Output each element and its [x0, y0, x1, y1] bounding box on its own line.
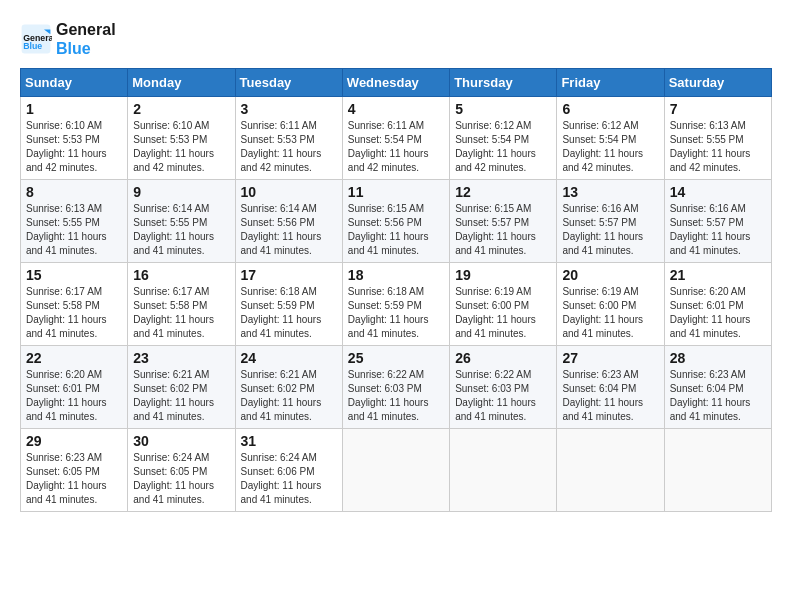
- day-number: 18: [348, 267, 444, 283]
- calendar-cell: [342, 429, 449, 512]
- day-number: 22: [26, 350, 122, 366]
- sunrise-label: Sunrise: 6:14 AM: [241, 203, 317, 214]
- day-info: Sunrise: 6:14 AM Sunset: 5:55 PM Dayligh…: [133, 202, 229, 258]
- calendar-cell: 5 Sunrise: 6:12 AM Sunset: 5:54 PM Dayli…: [450, 97, 557, 180]
- daylight-label: Daylight: 11 hoursand 41 minutes.: [26, 480, 107, 505]
- sunrise-label: Sunrise: 6:19 AM: [455, 286, 531, 297]
- calendar-cell: 22 Sunrise: 6:20 AM Sunset: 6:01 PM Dayl…: [21, 346, 128, 429]
- day-number: 21: [670, 267, 766, 283]
- calendar-cell: 10 Sunrise: 6:14 AM Sunset: 5:56 PM Dayl…: [235, 180, 342, 263]
- calendar-cell: 19 Sunrise: 6:19 AM Sunset: 6:00 PM Dayl…: [450, 263, 557, 346]
- sunrise-label: Sunrise: 6:21 AM: [133, 369, 209, 380]
- svg-text:Blue: Blue: [23, 42, 42, 52]
- sunrise-label: Sunrise: 6:22 AM: [348, 369, 424, 380]
- day-number: 12: [455, 184, 551, 200]
- column-header-tuesday: Tuesday: [235, 69, 342, 97]
- daylight-label: Daylight: 11 hoursand 41 minutes.: [348, 231, 429, 256]
- sunrise-label: Sunrise: 6:21 AM: [241, 369, 317, 380]
- sunset-label: Sunset: 6:05 PM: [133, 466, 207, 477]
- sunrise-label: Sunrise: 6:15 AM: [455, 203, 531, 214]
- sunset-label: Sunset: 5:53 PM: [26, 134, 100, 145]
- daylight-label: Daylight: 11 hoursand 41 minutes.: [133, 231, 214, 256]
- column-header-wednesday: Wednesday: [342, 69, 449, 97]
- day-number: 9: [133, 184, 229, 200]
- day-info: Sunrise: 6:13 AM Sunset: 5:55 PM Dayligh…: [26, 202, 122, 258]
- day-info: Sunrise: 6:16 AM Sunset: 5:57 PM Dayligh…: [670, 202, 766, 258]
- day-info: Sunrise: 6:13 AM Sunset: 5:55 PM Dayligh…: [670, 119, 766, 175]
- sunrise-label: Sunrise: 6:14 AM: [133, 203, 209, 214]
- calendar-cell: 28 Sunrise: 6:23 AM Sunset: 6:04 PM Dayl…: [664, 346, 771, 429]
- logo-blue: Blue: [56, 39, 116, 58]
- daylight-label: Daylight: 11 hoursand 41 minutes.: [348, 397, 429, 422]
- sunrise-label: Sunrise: 6:23 AM: [562, 369, 638, 380]
- day-info: Sunrise: 6:23 AM Sunset: 6:04 PM Dayligh…: [562, 368, 658, 424]
- daylight-label: Daylight: 11 hoursand 41 minutes.: [133, 480, 214, 505]
- day-info: Sunrise: 6:22 AM Sunset: 6:03 PM Dayligh…: [348, 368, 444, 424]
- calendar-week-2: 8 Sunrise: 6:13 AM Sunset: 5:55 PM Dayli…: [21, 180, 772, 263]
- calendar-cell: 7 Sunrise: 6:13 AM Sunset: 5:55 PM Dayli…: [664, 97, 771, 180]
- sunset-label: Sunset: 5:55 PM: [133, 217, 207, 228]
- sunset-label: Sunset: 6:04 PM: [670, 383, 744, 394]
- calendar-header-row: SundayMondayTuesdayWednesdayThursdayFrid…: [21, 69, 772, 97]
- calendar-cell: [664, 429, 771, 512]
- day-info: Sunrise: 6:17 AM Sunset: 5:58 PM Dayligh…: [133, 285, 229, 341]
- calendar-cell: 30 Sunrise: 6:24 AM Sunset: 6:05 PM Dayl…: [128, 429, 235, 512]
- sunrise-label: Sunrise: 6:22 AM: [455, 369, 531, 380]
- sunset-label: Sunset: 6:03 PM: [348, 383, 422, 394]
- day-number: 1: [26, 101, 122, 117]
- day-number: 23: [133, 350, 229, 366]
- day-info: Sunrise: 6:24 AM Sunset: 6:06 PM Dayligh…: [241, 451, 337, 507]
- sunset-label: Sunset: 6:02 PM: [241, 383, 315, 394]
- calendar-cell: 31 Sunrise: 6:24 AM Sunset: 6:06 PM Dayl…: [235, 429, 342, 512]
- sunrise-label: Sunrise: 6:11 AM: [348, 120, 424, 131]
- calendar-cell: 8 Sunrise: 6:13 AM Sunset: 5:55 PM Dayli…: [21, 180, 128, 263]
- sunset-label: Sunset: 6:02 PM: [133, 383, 207, 394]
- calendar-table: SundayMondayTuesdayWednesdayThursdayFrid…: [20, 68, 772, 512]
- daylight-label: Daylight: 11 hoursand 41 minutes.: [241, 480, 322, 505]
- day-number: 5: [455, 101, 551, 117]
- daylight-label: Daylight: 11 hoursand 41 minutes.: [133, 397, 214, 422]
- sunrise-label: Sunrise: 6:17 AM: [26, 286, 102, 297]
- day-number: 29: [26, 433, 122, 449]
- daylight-label: Daylight: 11 hoursand 41 minutes.: [455, 397, 536, 422]
- daylight-label: Daylight: 11 hoursand 42 minutes.: [133, 148, 214, 173]
- daylight-label: Daylight: 11 hoursand 41 minutes.: [26, 314, 107, 339]
- sunrise-label: Sunrise: 6:24 AM: [241, 452, 317, 463]
- calendar-cell: 16 Sunrise: 6:17 AM Sunset: 5:58 PM Dayl…: [128, 263, 235, 346]
- sunset-label: Sunset: 6:06 PM: [241, 466, 315, 477]
- day-number: 30: [133, 433, 229, 449]
- sunset-label: Sunset: 6:01 PM: [670, 300, 744, 311]
- sunrise-label: Sunrise: 6:16 AM: [670, 203, 746, 214]
- calendar-cell: 15 Sunrise: 6:17 AM Sunset: 5:58 PM Dayl…: [21, 263, 128, 346]
- day-info: Sunrise: 6:18 AM Sunset: 5:59 PM Dayligh…: [241, 285, 337, 341]
- sunset-label: Sunset: 5:58 PM: [133, 300, 207, 311]
- daylight-label: Daylight: 11 hoursand 41 minutes.: [348, 314, 429, 339]
- sunset-label: Sunset: 6:00 PM: [562, 300, 636, 311]
- sunrise-label: Sunrise: 6:17 AM: [133, 286, 209, 297]
- sunset-label: Sunset: 5:56 PM: [241, 217, 315, 228]
- sunrise-label: Sunrise: 6:20 AM: [670, 286, 746, 297]
- daylight-label: Daylight: 11 hoursand 42 minutes.: [562, 148, 643, 173]
- day-number: 20: [562, 267, 658, 283]
- sunrise-label: Sunrise: 6:23 AM: [670, 369, 746, 380]
- column-header-saturday: Saturday: [664, 69, 771, 97]
- calendar-cell: 29 Sunrise: 6:23 AM Sunset: 6:05 PM Dayl…: [21, 429, 128, 512]
- calendar-cell: 4 Sunrise: 6:11 AM Sunset: 5:54 PM Dayli…: [342, 97, 449, 180]
- sunset-label: Sunset: 5:57 PM: [455, 217, 529, 228]
- day-number: 13: [562, 184, 658, 200]
- page-header: General Blue General Blue: [20, 20, 772, 58]
- sunset-label: Sunset: 5:53 PM: [241, 134, 315, 145]
- day-number: 10: [241, 184, 337, 200]
- column-header-sunday: Sunday: [21, 69, 128, 97]
- calendar-week-1: 1 Sunrise: 6:10 AM Sunset: 5:53 PM Dayli…: [21, 97, 772, 180]
- day-info: Sunrise: 6:15 AM Sunset: 5:57 PM Dayligh…: [455, 202, 551, 258]
- logo-icon: General Blue: [20, 23, 52, 55]
- column-header-friday: Friday: [557, 69, 664, 97]
- daylight-label: Daylight: 11 hoursand 41 minutes.: [562, 314, 643, 339]
- sunrise-label: Sunrise: 6:12 AM: [562, 120, 638, 131]
- calendar-cell: [450, 429, 557, 512]
- calendar-week-4: 22 Sunrise: 6:20 AM Sunset: 6:01 PM Dayl…: [21, 346, 772, 429]
- day-info: Sunrise: 6:19 AM Sunset: 6:00 PM Dayligh…: [562, 285, 658, 341]
- sunset-label: Sunset: 6:00 PM: [455, 300, 529, 311]
- sunrise-label: Sunrise: 6:19 AM: [562, 286, 638, 297]
